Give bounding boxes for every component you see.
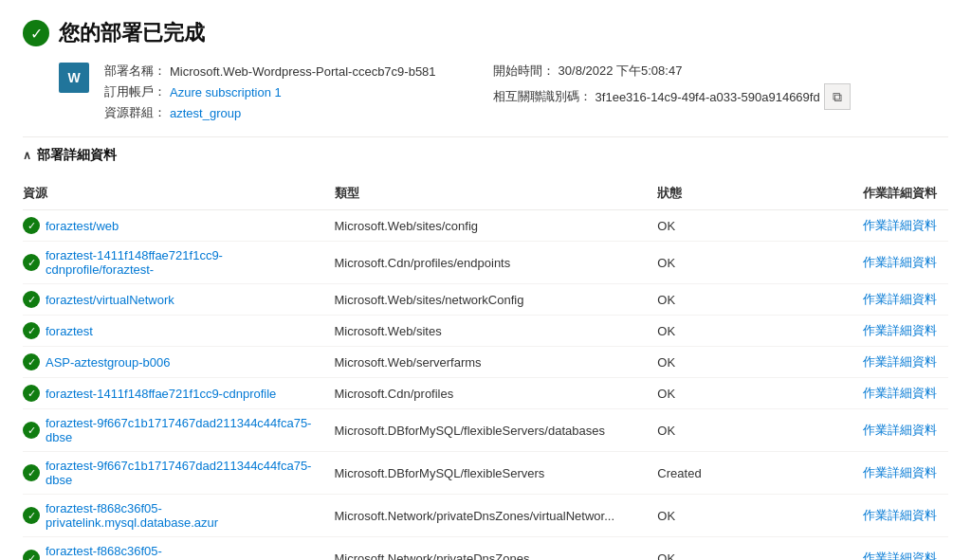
status-cell: Created [657, 452, 761, 495]
row-success-icon: ✓ [23, 322, 40, 339]
correlation-value: 3f1ee316-14c9-49f4-a033-590a914669fd [595, 90, 820, 104]
type-cell: Microsoft.Web/sites/config [335, 210, 658, 242]
action-link[interactable]: 作業詳細資料 [863, 292, 937, 306]
deployment-label: 部署名稱： [104, 63, 166, 80]
action-link[interactable]: 作業詳細資料 [863, 255, 937, 269]
resource-link[interactable]: ASP-aztestgroup-b006 [46, 355, 171, 370]
meta-right: 開始時間： 30/8/2022 下午5:08:47 相互關聯識別碼： 3f1ee… [493, 63, 851, 121]
table-row: ✓ ASP-aztestgroup-b006 Microsoft.Web/ser… [23, 347, 948, 378]
deployment-details-header[interactable]: ∧ 部署詳細資料 [23, 136, 948, 170]
action-link[interactable]: 作業詳細資料 [863, 323, 937, 337]
row-success-icon: ✓ [23, 291, 40, 308]
deployment-value: Microsoft.Web-Wordpress-Portal-ccecb7c9-… [170, 64, 436, 79]
type-cell: Microsoft.DBforMySQL/flexibleServers/dat… [335, 409, 658, 452]
start-time-value: 30/8/2022 下午5:08:47 [559, 63, 683, 80]
type-cell: Microsoft.Network/privateDnsZones [335, 537, 658, 561]
status-cell: OK [657, 537, 761, 561]
status-cell: OK [657, 316, 761, 347]
col-resource-header: 資源 [23, 177, 335, 210]
resource-link[interactable]: foraztest/virtualNetwork [46, 293, 174, 307]
subscription-label: 訂用帳戶： [104, 83, 166, 100]
status-cell: OK [657, 242, 761, 284]
correlation-label: 相互關聯識別碼： [493, 88, 592, 105]
row-success-icon: ✓ [23, 353, 40, 370]
col-type-header: 類型 [335, 177, 658, 210]
row-success-icon: ✓ [23, 217, 40, 234]
resource-link[interactable]: foraztest [46, 324, 93, 338]
row-success-icon: ✓ [23, 254, 40, 271]
table-row: ✓ foraztest/web Microsoft.Web/sites/conf… [23, 210, 948, 242]
table-row: ✓ foraztest-1411f148ffae721f1cc9-cdnprof… [23, 378, 948, 409]
resource-link[interactable]: foraztest-1411f148ffae721f1cc9-cdnprofil… [46, 387, 276, 401]
table-row: ✓ foraztest/virtualNetwork Microsoft.Web… [23, 284, 948, 316]
table-header-row: 資源 類型 狀態 作業詳細資料 [23, 177, 948, 210]
row-success-icon: ✓ [23, 550, 40, 560]
deployment-table: 資源 類型 狀態 作業詳細資料 ✓ foraztest/web Microsof… [23, 177, 948, 560]
resource-group-link[interactable]: aztest_group [170, 106, 241, 120]
success-icon: ✓ [23, 20, 49, 46]
deployment-details-label: 部署詳細資料 [37, 147, 117, 164]
table-row: ✓ foraztest-9f667c1b1717467dad211344c44f… [23, 409, 948, 452]
meta-section: W 部署名稱： Microsoft.Web-Wordpress-Portal-c… [59, 63, 948, 121]
table-row: ✓ foraztest-1411f148ffae721f1cc9-cdnprof… [23, 242, 948, 284]
type-cell: Microsoft.Network/privateDnsZones/virtua… [335, 495, 658, 537]
status-cell: OK [657, 347, 761, 378]
row-success-icon: ✓ [23, 385, 40, 402]
resource-link[interactable]: foraztest-9f667c1b1717467dad211344c44fca… [46, 416, 323, 444]
subscription-link[interactable]: Azure subscription 1 [170, 85, 282, 99]
row-success-icon: ✓ [23, 507, 40, 524]
resource-link[interactable]: foraztest/web [46, 219, 119, 233]
action-link[interactable]: 作業詳細資料 [863, 508, 937, 522]
action-link[interactable]: 作業詳細資料 [863, 354, 937, 369]
status-cell: OK [657, 409, 761, 452]
resource-link[interactable]: foraztest-1411f148ffae721f1cc9-cdnprofil… [46, 248, 323, 277]
page-header: ✓ 您的部署已完成 [23, 19, 948, 47]
row-success-icon: ✓ [23, 422, 40, 439]
status-cell: OK [657, 495, 761, 537]
status-cell: OK [657, 378, 761, 409]
resource-link[interactable]: foraztest-f868c36f05-privatelink.mysql.d… [46, 544, 323, 560]
page-title: 您的部署已完成 [59, 19, 205, 47]
action-link[interactable]: 作業詳細資料 [863, 218, 937, 232]
row-success-icon: ✓ [23, 464, 40, 481]
status-cell: OK [657, 284, 761, 316]
type-cell: Microsoft.Web/sites [335, 316, 658, 347]
deployment-name-row: W 部署名稱： Microsoft.Web-Wordpress-Portal-c… [59, 63, 436, 121]
type-cell: Microsoft.Cdn/profiles/endpoints [335, 242, 658, 284]
type-cell: Microsoft.DBforMySQL/flexibleServers [335, 452, 658, 495]
wp-icon: W [59, 63, 89, 93]
resource-link[interactable]: foraztest-9f667c1b1717467dad211344c44fca… [46, 459, 323, 487]
meta-left: W 部署名稱： Microsoft.Web-Wordpress-Portal-c… [59, 63, 436, 121]
col-action-header: 作業詳細資料 [761, 177, 948, 210]
type-cell: Microsoft.Web/serverfarms [335, 347, 658, 378]
table-row: ✓ foraztest Microsoft.Web/sitesOK作業詳細資料 [23, 316, 948, 347]
table-row: ✓ foraztest-f868c36f05-privatelink.mysql… [23, 537, 948, 561]
action-link[interactable]: 作業詳細資料 [863, 465, 937, 479]
resource-link[interactable]: foraztest-f868c36f05-privatelink.mysql.d… [46, 501, 323, 530]
type-cell: Microsoft.Web/sites/networkConfig [335, 284, 658, 316]
action-link[interactable]: 作業詳細資料 [863, 423, 937, 437]
chevron-icon: ∧ [23, 149, 31, 162]
start-time-label: 開始時間： [493, 63, 555, 80]
action-link[interactable]: 作業詳細資料 [863, 551, 937, 560]
type-cell: Microsoft.Cdn/profiles [335, 378, 658, 409]
resource-group-label: 資源群組： [104, 104, 166, 121]
table-row: ✓ foraztest-f868c36f05-privatelink.mysql… [23, 495, 948, 537]
col-status-header: 狀態 [657, 177, 761, 210]
copy-button[interactable]: ⧉ [824, 83, 851, 110]
table-row: ✓ foraztest-9f667c1b1717467dad211344c44f… [23, 452, 948, 495]
status-cell: OK [657, 210, 761, 242]
action-link[interactable]: 作業詳細資料 [863, 386, 937, 400]
